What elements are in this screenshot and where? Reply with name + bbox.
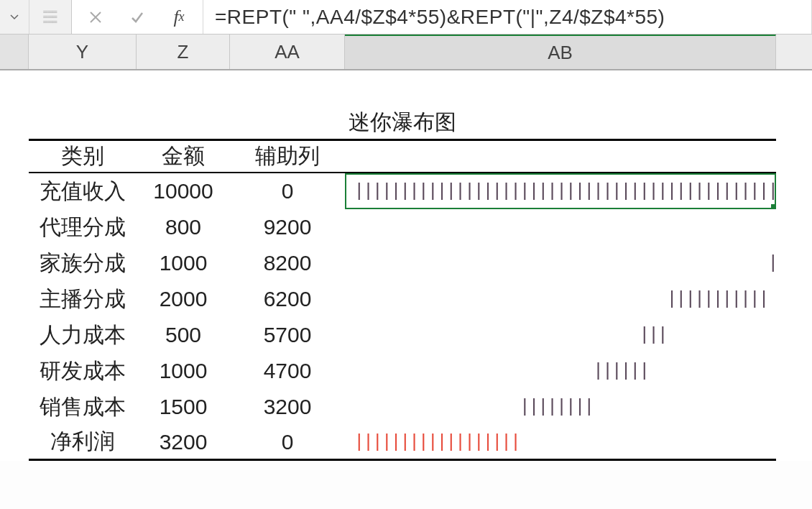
cancel-icon[interactable]: [75, 0, 116, 34]
table-row: 研发成本10004700 ||||||: [29, 353, 776, 389]
column-header-y[interactable]: Y: [29, 35, 137, 69]
cell-waterfall-bar[interactable]: |||: [345, 317, 776, 353]
cell-aux[interactable]: 4700: [230, 353, 345, 389]
formula-bar: ═════════ fx =REPT(" ",AA4/$Z$4*55)&REPT…: [0, 0, 812, 35]
cell-waterfall-bar[interactable]: ||||: [345, 209, 776, 245]
cell-amount[interactable]: 500: [137, 317, 230, 353]
cell-aux[interactable]: 5700: [230, 317, 345, 353]
table-row: 代理分成8009200 ||||: [29, 209, 776, 245]
cell-aux[interactable]: 0: [230, 173, 345, 209]
chart-title: 迷你瀑布图: [29, 106, 776, 139]
cell-category[interactable]: 代理分成: [29, 209, 137, 245]
formula-tools: fx: [72, 0, 203, 34]
cell-waterfall-bar[interactable]: |||||||||||: [345, 281, 776, 317]
cell-aux[interactable]: 8200: [230, 245, 345, 281]
cell-waterfall-bar[interactable]: ||||||: [345, 353, 776, 389]
header-aux: 辅助列: [230, 141, 345, 172]
cell-category[interactable]: 销售成本: [29, 389, 137, 425]
table-row: 家族分成10008200 ||||||: [29, 245, 776, 281]
cell-amount[interactable]: 2000: [137, 281, 230, 317]
cell-waterfall-bar[interactable]: ||||||||||||||||||: [345, 425, 776, 459]
cell-amount[interactable]: 1000: [137, 353, 230, 389]
cell-amount[interactable]: 1500: [137, 389, 230, 425]
insert-function-icon[interactable]: fx: [158, 0, 200, 34]
name-box-area: ═════════: [0, 0, 72, 34]
cell-category[interactable]: 净利润: [29, 425, 137, 459]
cell-aux[interactable]: 3200: [230, 389, 345, 425]
expand-formula-bar-button[interactable]: ═════════: [29, 0, 71, 34]
formula-input[interactable]: =REPT(" ",AA4/$Z$4*55)&REPT("|",Z4/$Z$4*…: [203, 0, 812, 34]
cell-aux[interactable]: 6200: [230, 281, 345, 317]
table-header-row: 类别 金额 辅助列: [29, 139, 776, 173]
cell-amount[interactable]: 800: [137, 209, 230, 245]
cell-aux[interactable]: 9200: [230, 209, 345, 245]
table-row: 充值收入100000||||||||||||||||||||||||||||||…: [29, 173, 776, 209]
cell-aux[interactable]: 0: [230, 425, 345, 459]
spreadsheet-grid[interactable]: 迷你瀑布图 类别 金额 辅助列 充值收入100000||||||||||||||…: [0, 70, 812, 461]
header-category: 类别: [29, 141, 137, 172]
cell-category[interactable]: 家族分成: [29, 245, 137, 281]
column-header-aa[interactable]: AA: [230, 35, 345, 69]
cell-amount[interactable]: 1000: [137, 245, 230, 281]
cell-category[interactable]: 研发成本: [29, 353, 137, 389]
cell-waterfall-bar[interactable]: ||||||: [345, 245, 776, 281]
cell-amount[interactable]: 10000: [137, 173, 230, 209]
column-header-ab[interactable]: AB: [345, 35, 776, 69]
cell-category[interactable]: 充值收入: [29, 173, 137, 209]
table-row: 人力成本5005700 |||: [29, 317, 776, 353]
cell-category[interactable]: 主播分成: [29, 281, 137, 317]
header-bar: [345, 141, 776, 172]
cell-waterfall-bar[interactable]: ||||||||: [345, 389, 776, 425]
table-row: 净利润32000||||||||||||||||||: [29, 425, 776, 461]
column-header-z[interactable]: Z: [137, 35, 230, 69]
name-box-dropdown[interactable]: [0, 0, 29, 34]
table-row: 主播分成20006200 |||||||||||: [29, 281, 776, 317]
table-row: 销售成本15003200 ||||||||: [29, 389, 776, 425]
select-all-corner[interactable]: [0, 35, 29, 69]
confirm-icon[interactable]: [116, 0, 158, 34]
cell-category[interactable]: 人力成本: [29, 317, 137, 353]
column-headers: Y Z AA AB: [0, 35, 812, 70]
cell-waterfall-bar[interactable]: ||||||||||||||||||||||||||||||||||||||||…: [345, 173, 776, 209]
header-amount: 金额: [137, 141, 230, 172]
cell-amount[interactable]: 3200: [137, 425, 230, 459]
